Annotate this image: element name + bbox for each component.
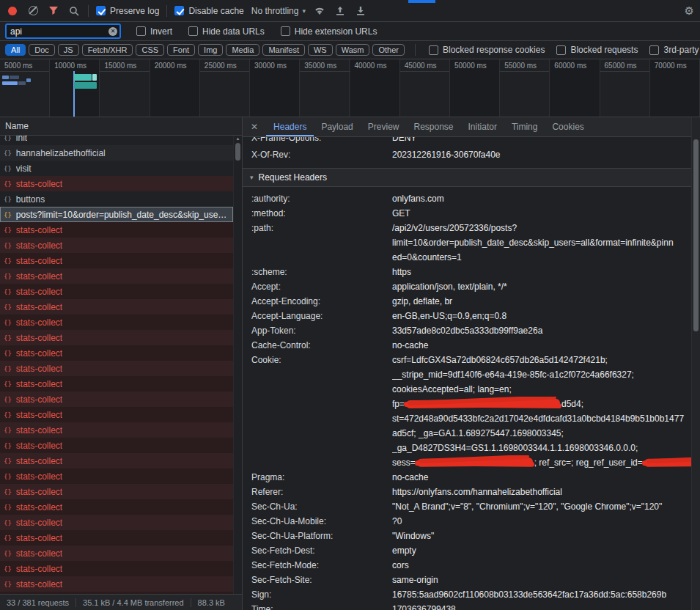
header-name: Cookie: bbox=[251, 353, 392, 470]
preserve-log-checkbox[interactable]: Preserve log bbox=[96, 6, 159, 16]
checkbox-box[interactable] bbox=[281, 26, 290, 36]
request-row[interactable]: {}stats-collect bbox=[0, 284, 233, 299]
request-row[interactable]: {}stats-collect bbox=[0, 253, 233, 268]
tab-cookies[interactable]: Cookies bbox=[545, 117, 591, 136]
name-column-header[interactable]: Name bbox=[0, 117, 242, 136]
request-row[interactable]: {}stats-collect bbox=[0, 361, 233, 376]
header-name: :path: bbox=[251, 221, 392, 265]
request-row[interactable]: {}stats-collect bbox=[0, 468, 233, 484]
filter-pill-manifest[interactable]: Manifest bbox=[262, 44, 305, 56]
request-headers-section-header[interactable]: ▾ Request Headers bbox=[243, 168, 691, 187]
timeline-label: 30000 ms bbox=[254, 62, 287, 70]
filter-pill-other[interactable]: Other bbox=[372, 44, 405, 56]
record-button[interactable] bbox=[6, 4, 19, 18]
checkbox-box[interactable] bbox=[174, 6, 184, 15]
scrollbar-thumb[interactable] bbox=[693, 139, 699, 331]
request-row[interactable]: {}stats-collect bbox=[0, 330, 233, 345]
filter-pill-ws[interactable]: WS bbox=[308, 44, 333, 56]
disable-cache-checkbox[interactable]: Disable cache bbox=[174, 6, 243, 16]
checkbox-box[interactable] bbox=[188, 26, 198, 36]
clear-button[interactable] bbox=[26, 4, 40, 18]
checkbox-label: Disable cache bbox=[188, 6, 243, 16]
blocked-response-cookies-checkbox[interactable]: Blocked response cookies bbox=[429, 45, 545, 55]
filter-pill-media[interactable]: Media bbox=[226, 44, 259, 56]
request-row[interactable]: {}stats-collect bbox=[0, 576, 233, 592]
import-har-button[interactable] bbox=[334, 4, 347, 18]
filter-pill-js[interactable]: JS bbox=[58, 44, 79, 56]
request-row[interactable]: {}stats-collect bbox=[0, 422, 233, 438]
tab-response[interactable]: Response bbox=[406, 117, 460, 136]
filter-pill-all[interactable]: All bbox=[5, 44, 26, 56]
scrollbar-thumb[interactable] bbox=[235, 143, 240, 161]
network-conditions-button[interactable] bbox=[313, 4, 326, 18]
filter-pill-wasm[interactable]: Wasm bbox=[336, 44, 370, 56]
request-row[interactable]: {}stats-collect bbox=[0, 484, 233, 499]
request-row[interactable]: {}hannahelizabethofficial bbox=[0, 145, 233, 161]
request-row[interactable]: {}stats-collect bbox=[0, 376, 233, 392]
filter-pill-fetch-xhr[interactable]: Fetch/XHR bbox=[82, 44, 133, 56]
invert-checkbox[interactable]: Invert bbox=[136, 26, 172, 37]
requests-scrollbar[interactable]: ▲ bbox=[233, 136, 242, 594]
filter-input-box[interactable]: ✕ bbox=[6, 24, 120, 38]
request-row[interactable]: {}stats-collect bbox=[0, 299, 233, 315]
filter-input[interactable] bbox=[9, 26, 108, 37]
blocked-requests-checkbox[interactable]: Blocked requests bbox=[556, 45, 638, 55]
checkbox-box[interactable] bbox=[649, 45, 659, 55]
request-name: visit bbox=[16, 163, 32, 174]
requests-count: 33 / 381 requests bbox=[7, 598, 69, 607]
request-row[interactable]: {}stats-collect bbox=[0, 315, 233, 330]
hide-data-urls-checkbox[interactable]: Hide data URLs bbox=[188, 26, 265, 37]
checkbox-box[interactable] bbox=[136, 26, 146, 36]
request-row[interactable]: {}visit bbox=[0, 161, 233, 176]
header-row: Cache-Control:no-cache bbox=[243, 338, 691, 353]
gear-icon[interactable]: ⚙ bbox=[685, 4, 694, 18]
close-icon[interactable]: ✕ bbox=[243, 117, 266, 136]
request-row[interactable]: {}stats-collect bbox=[0, 530, 233, 545]
request-row[interactable]: {}stats-collect bbox=[0, 238, 233, 253]
request-row[interactable]: {}stats-collect bbox=[0, 453, 233, 468]
request-row[interactable]: {}stats-collect bbox=[0, 545, 233, 561]
tab-payload[interactable]: Payload bbox=[314, 117, 360, 136]
filter-pill-img[interactable]: Img bbox=[198, 44, 223, 56]
header-name: :authority: bbox=[251, 191, 392, 206]
checkbox-box[interactable] bbox=[429, 45, 438, 55]
request-row[interactable]: {}stats-collect bbox=[0, 392, 233, 407]
throttling-dropdown[interactable]: No throttling ▾ bbox=[251, 6, 306, 16]
request-row[interactable]: {}init bbox=[0, 136, 233, 145]
tab-initiator[interactable]: Initiator bbox=[461, 117, 504, 136]
filter-pill-css[interactable]: CSS bbox=[136, 44, 164, 56]
third-party-requests-checkbox[interactable]: 3rd-party requests bbox=[649, 45, 700, 55]
filter-bar: ✕ Invert Hide data URLs Hide extension U… bbox=[0, 22, 700, 41]
timeline-label: 35000 ms bbox=[304, 62, 336, 70]
request-row[interactable]: {}stats-collect bbox=[0, 515, 233, 530]
toolbar-divider bbox=[88, 5, 89, 17]
search-button[interactable] bbox=[67, 4, 81, 18]
request-row[interactable]: {}stats-collect bbox=[0, 222, 233, 238]
filter-pill-doc[interactable]: Doc bbox=[29, 44, 55, 56]
timeline-overview[interactable]: 5000 ms10000 ms15000 ms20000 ms25000 ms3… bbox=[0, 59, 700, 117]
tab-timing[interactable]: Timing bbox=[504, 117, 545, 136]
details-scrollbar[interactable] bbox=[691, 117, 700, 610]
request-row[interactable]: {}buttons bbox=[0, 191, 233, 207]
tab-headers[interactable]: Headers bbox=[266, 117, 314, 136]
request-row[interactable]: {}stats-collect bbox=[0, 561, 233, 576]
filter-toggle-button[interactable] bbox=[47, 4, 60, 18]
export-har-button[interactable] bbox=[354, 4, 367, 18]
request-row[interactable]: {}posts?limit=10&order=publish_date_desc… bbox=[0, 207, 233, 222]
header-row: Accept-Encoding:gzip, deflate, br bbox=[243, 294, 691, 309]
request-row[interactable]: {}stats-collect bbox=[0, 407, 233, 422]
request-row[interactable]: {}stats-collect bbox=[0, 176, 233, 191]
request-row[interactable]: {}stats-collect bbox=[0, 345, 233, 361]
clear-filter-icon[interactable]: ✕ bbox=[108, 27, 117, 36]
request-row[interactable]: {}stats-collect bbox=[0, 499, 233, 515]
checkbox-box[interactable] bbox=[96, 6, 106, 15]
type-filters: AllDocJSFetch/XHRCSSFontImgMediaManifest… bbox=[5, 44, 405, 56]
request-row[interactable]: {}stats-collect bbox=[0, 438, 233, 453]
request-row[interactable]: {}stats-collect bbox=[0, 268, 233, 284]
tab-preview[interactable]: Preview bbox=[361, 117, 407, 136]
header-name: Time: bbox=[251, 602, 392, 610]
hide-extension-urls-checkbox[interactable]: Hide extension URLs bbox=[281, 26, 377, 37]
filter-pill-font[interactable]: Font bbox=[167, 44, 195, 56]
checkbox-box[interactable] bbox=[556, 45, 566, 55]
scroll-up-icon[interactable]: ▲ bbox=[234, 136, 242, 141]
